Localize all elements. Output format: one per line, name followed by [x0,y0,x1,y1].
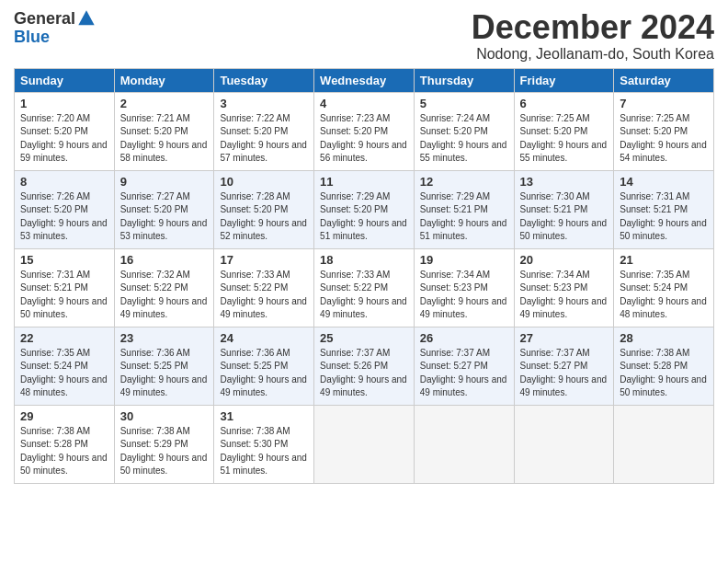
calendar-day-cell: 1Sunrise: 7:20 AMSunset: 5:20 PMDaylight… [15,92,115,170]
day-number: 7 [620,97,708,110]
calendar-week-row: 15Sunrise: 7:31 AMSunset: 5:21 PMDayligh… [15,248,714,327]
day-info: Sunrise: 7:29 AMSunset: 5:20 PMDaylight:… [320,190,408,244]
calendar-day-cell: 17Sunrise: 7:33 AMSunset: 5:22 PMDayligh… [214,248,314,327]
day-number: 19 [420,253,508,267]
logo-text: General [14,9,96,28]
day-info: Sunrise: 7:29 AMSunset: 5:21 PMDaylight:… [420,190,508,244]
day-number: 13 [520,175,609,189]
day-info: Sunrise: 7:38 AMSunset: 5:28 PMDaylight:… [620,347,708,400]
calendar-header-tuesday: Tuesday [214,68,314,92]
calendar-day-cell [314,405,415,483]
day-number: 20 [520,253,609,267]
day-info: Sunrise: 7:26 AMSunset: 5:20 PMDaylight:… [20,190,108,244]
calendar-day-cell: 3Sunrise: 7:22 AMSunset: 5:20 PMDaylight… [214,92,314,170]
calendar-table: SundayMondayTuesdayWednesdayThursdayFrid… [14,68,714,484]
day-number: 27 [520,331,609,345]
day-number: 30 [120,409,209,423]
calendar-day-cell [514,405,614,483]
calendar-day-cell: 26Sunrise: 7:37 AMSunset: 5:27 PMDayligh… [414,327,514,405]
day-number: 6 [520,97,609,110]
day-number: 22 [20,331,108,345]
calendar-day-cell: 29Sunrise: 7:38 AMSunset: 5:28 PMDayligh… [15,405,115,483]
day-number: 8 [20,175,108,189]
calendar-day-cell: 28Sunrise: 7:38 AMSunset: 5:28 PMDayligh… [614,327,714,405]
day-number: 11 [320,175,408,189]
day-number: 26 [420,331,508,345]
calendar-day-cell: 22Sunrise: 7:35 AMSunset: 5:24 PMDayligh… [15,327,115,405]
day-number: 5 [420,97,508,110]
calendar-day-cell: 6Sunrise: 7:25 AMSunset: 5:20 PMDaylight… [514,92,614,170]
calendar-day-cell: 7Sunrise: 7:25 AMSunset: 5:20 PMDaylight… [614,92,714,170]
calendar-day-cell: 9Sunrise: 7:27 AMSunset: 5:20 PMDaylight… [114,170,214,248]
day-number: 14 [620,175,708,189]
day-info: Sunrise: 7:32 AMSunset: 5:22 PMDaylight:… [120,269,209,322]
day-info: Sunrise: 7:21 AMSunset: 5:20 PMDaylight:… [120,112,209,166]
day-number: 18 [320,253,408,267]
calendar-day-cell: 23Sunrise: 7:36 AMSunset: 5:25 PMDayligh… [114,327,214,405]
calendar-day-cell: 19Sunrise: 7:34 AMSunset: 5:23 PMDayligh… [414,248,514,327]
logo-icon [77,9,96,28]
month-title: December 2024 [472,9,714,46]
day-info: Sunrise: 7:34 AMSunset: 5:23 PMDaylight:… [520,269,609,322]
day-number: 4 [320,97,408,110]
day-info: Sunrise: 7:22 AMSunset: 5:20 PMDaylight:… [220,112,308,166]
day-info: Sunrise: 7:37 AMSunset: 5:26 PMDaylight:… [320,347,408,400]
calendar-day-cell: 18Sunrise: 7:33 AMSunset: 5:22 PMDayligh… [314,248,415,327]
day-number: 29 [20,409,108,423]
header: General Blue December 2024 Nodong, Jeoll… [14,9,714,63]
day-info: Sunrise: 7:24 AMSunset: 5:20 PMDaylight:… [420,112,508,166]
calendar-header-row: SundayMondayTuesdayWednesdayThursdayFrid… [15,68,714,92]
day-info: Sunrise: 7:38 AMSunset: 5:29 PMDaylight:… [120,425,209,478]
day-info: Sunrise: 7:30 AMSunset: 5:21 PMDaylight:… [520,190,609,244]
logo-blue-text: Blue [14,28,50,47]
day-info: Sunrise: 7:31 AMSunset: 5:21 PMDaylight:… [20,269,108,322]
calendar-day-cell: 27Sunrise: 7:37 AMSunset: 5:27 PMDayligh… [514,327,614,405]
day-number: 15 [20,253,108,267]
day-info: Sunrise: 7:37 AMSunset: 5:27 PMDaylight:… [420,347,508,400]
calendar-day-cell: 21Sunrise: 7:35 AMSunset: 5:24 PMDayligh… [614,248,714,327]
title-area: December 2024 Nodong, Jeollanam-do, Sout… [472,9,714,63]
day-info: Sunrise: 7:25 AMSunset: 5:20 PMDaylight:… [620,112,708,166]
svg-marker-0 [78,10,94,25]
calendar-day-cell: 16Sunrise: 7:32 AMSunset: 5:22 PMDayligh… [114,248,214,327]
day-number: 24 [220,331,308,345]
day-number: 1 [20,97,108,110]
calendar-day-cell: 25Sunrise: 7:37 AMSunset: 5:26 PMDayligh… [314,327,415,405]
day-number: 3 [220,97,308,110]
day-info: Sunrise: 7:36 AMSunset: 5:25 PMDaylight:… [220,347,308,400]
day-info: Sunrise: 7:20 AMSunset: 5:20 PMDaylight:… [20,112,108,166]
calendar-day-cell: 15Sunrise: 7:31 AMSunset: 5:21 PMDayligh… [15,248,115,327]
calendar-day-cell: 12Sunrise: 7:29 AMSunset: 5:21 PMDayligh… [414,170,514,248]
calendar-day-cell [414,405,514,483]
calendar-day-cell: 2Sunrise: 7:21 AMSunset: 5:20 PMDaylight… [114,92,214,170]
day-info: Sunrise: 7:25 AMSunset: 5:20 PMDaylight:… [520,112,609,166]
calendar-header-friday: Friday [514,68,614,92]
calendar-day-cell: 14Sunrise: 7:31 AMSunset: 5:21 PMDayligh… [614,170,714,248]
page-container: General Blue December 2024 Nodong, Jeoll… [14,9,714,484]
calendar-day-cell: 10Sunrise: 7:28 AMSunset: 5:20 PMDayligh… [214,170,314,248]
day-number: 10 [220,175,308,189]
day-number: 23 [120,331,209,345]
day-info: Sunrise: 7:34 AMSunset: 5:23 PMDaylight:… [420,269,508,322]
logo-general: General [14,10,75,27]
day-number: 28 [620,331,708,345]
calendar-day-cell: 31Sunrise: 7:38 AMSunset: 5:30 PMDayligh… [214,405,314,483]
subtitle: Nodong, Jeollanam-do, South Korea [472,46,714,63]
day-number: 31 [220,409,308,423]
calendar-body: 1Sunrise: 7:20 AMSunset: 5:20 PMDaylight… [15,92,714,483]
calendar-day-cell [614,405,714,483]
day-number: 16 [120,253,209,267]
day-number: 9 [120,175,209,189]
logo: General Blue [14,9,96,47]
day-info: Sunrise: 7:28 AMSunset: 5:20 PMDaylight:… [220,190,308,244]
day-info: Sunrise: 7:33 AMSunset: 5:22 PMDaylight:… [220,269,308,322]
calendar-header-monday: Monday [114,68,214,92]
day-number: 12 [420,175,508,189]
day-info: Sunrise: 7:37 AMSunset: 5:27 PMDaylight:… [520,347,609,400]
calendar-day-cell: 8Sunrise: 7:26 AMSunset: 5:20 PMDaylight… [15,170,115,248]
calendar-day-cell: 20Sunrise: 7:34 AMSunset: 5:23 PMDayligh… [514,248,614,327]
calendar-header-saturday: Saturday [614,68,714,92]
day-number: 17 [220,253,308,267]
day-info: Sunrise: 7:27 AMSunset: 5:20 PMDaylight:… [120,190,209,244]
calendar-day-cell: 11Sunrise: 7:29 AMSunset: 5:20 PMDayligh… [314,170,415,248]
